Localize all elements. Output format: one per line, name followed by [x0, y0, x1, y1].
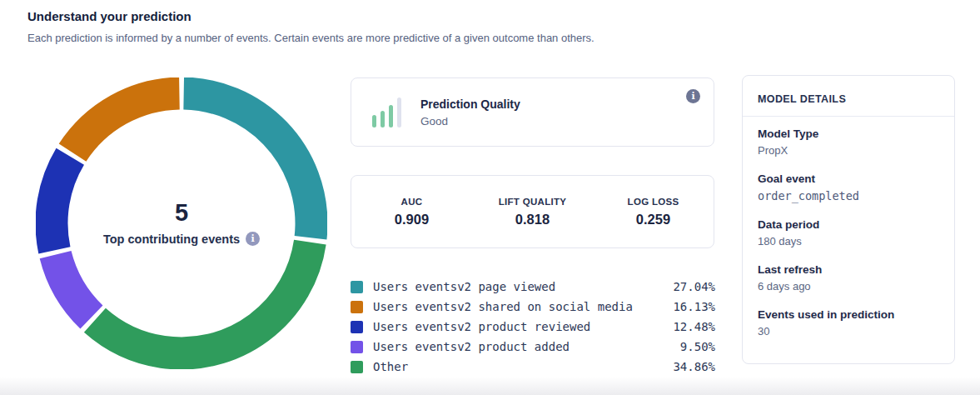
legend-percent: 16.13% — [673, 300, 715, 313]
legend-item: Users eventsv2 shared on social media16.… — [351, 297, 715, 317]
metric: LOG LOSS0.259 — [593, 197, 714, 228]
legend-item: Users eventsv2 page viewed27.04% — [351, 277, 715, 297]
legend-label: Users eventsv2 page viewed — [373, 280, 673, 293]
detail-value: 30 — [758, 325, 939, 338]
legend-item: Users eventsv2 product reviewed12.48% — [351, 317, 715, 337]
legend-swatch — [351, 301, 363, 313]
prediction-quality-title: Prediction Quality — [420, 98, 520, 111]
model-detail-item: Data period180 days — [758, 218, 939, 248]
legend-label: Other — [373, 360, 673, 373]
legend-label: Users eventsv2 shared on social media — [373, 300, 673, 313]
legend-percent: 12.48% — [673, 320, 715, 333]
detail-value: 180 days — [758, 235, 939, 248]
metric-value: 0.909 — [351, 212, 472, 228]
legend-swatch — [351, 361, 363, 373]
legend-swatch — [351, 341, 363, 353]
legend-label: Users eventsv2 product added — [373, 340, 680, 353]
model-metrics-card: AUC0.909LIFT QUALITY0.818LOG LOSS0.259 — [351, 175, 714, 248]
detail-label: Goal event — [758, 172, 939, 185]
detail-value: 6 days ago — [758, 280, 939, 292]
model-details-card: MODEL DETAILS Model TypePropXGoal evento… — [742, 75, 955, 364]
detail-label: Data period — [758, 218, 939, 231]
metric-label: LIFT QUALITY — [472, 197, 593, 207]
model-detail-item: Model TypePropX — [758, 128, 939, 157]
info-icon[interactable]: i — [246, 232, 260, 246]
detail-label: Model Type — [758, 128, 939, 140]
bar-chart-icon — [372, 98, 401, 128]
understand-prediction-panel: Understand your prediction Each predicti… — [0, 0, 980, 395]
model-detail-item: Last refresh6 days ago — [758, 263, 939, 292]
metric: AUC0.909 — [351, 197, 472, 228]
legend-percent: 34.86% — [673, 360, 715, 373]
page-subtitle: Each prediction is informed by a number … — [27, 32, 594, 44]
metric-label: AUC — [351, 197, 472, 207]
detail-value: order_completed — [758, 189, 939, 202]
info-icon[interactable]: i — [686, 89, 700, 103]
page-title: Understand your prediction — [27, 9, 192, 23]
donut-chart-svg — [36, 78, 327, 369]
metric-value: 0.259 — [593, 212, 714, 228]
legend-swatch — [351, 321, 363, 333]
model-details-header: MODEL DETAILS — [743, 76, 954, 117]
prediction-quality-text: Prediction Quality Good — [420, 98, 520, 128]
bottom-fade — [0, 377, 980, 395]
model-details-body: Model TypePropXGoal eventorder_completed… — [743, 117, 954, 338]
legend-label: Users eventsv2 product reviewed — [373, 320, 673, 333]
legend-item: Users eventsv2 product added9.50% — [351, 337, 715, 357]
metric: LIFT QUALITY0.818 — [472, 197, 593, 228]
legend-item: Other34.86% — [351, 357, 715, 377]
detail-value: PropX — [758, 144, 939, 157]
detail-label: Events used in prediction — [758, 308, 939, 321]
legend-percent: 27.04% — [673, 280, 715, 293]
metric-label: LOG LOSS — [593, 197, 714, 207]
detail-label: Last refresh — [758, 263, 939, 276]
prediction-quality-card: Prediction Quality Good i — [351, 78, 714, 147]
metric-value: 0.818 — [472, 212, 593, 228]
contributing-events-donut: 5 Top contributing events i — [36, 78, 327, 369]
prediction-quality-value: Good — [420, 115, 520, 128]
donut-legend: Users eventsv2 page viewed27.04%Users ev… — [351, 277, 715, 377]
model-detail-item: Goal eventorder_completed — [758, 172, 939, 202]
legend-percent: 9.50% — [680, 340, 715, 353]
legend-swatch — [351, 281, 363, 293]
model-detail-item: Events used in prediction30 — [758, 308, 939, 338]
